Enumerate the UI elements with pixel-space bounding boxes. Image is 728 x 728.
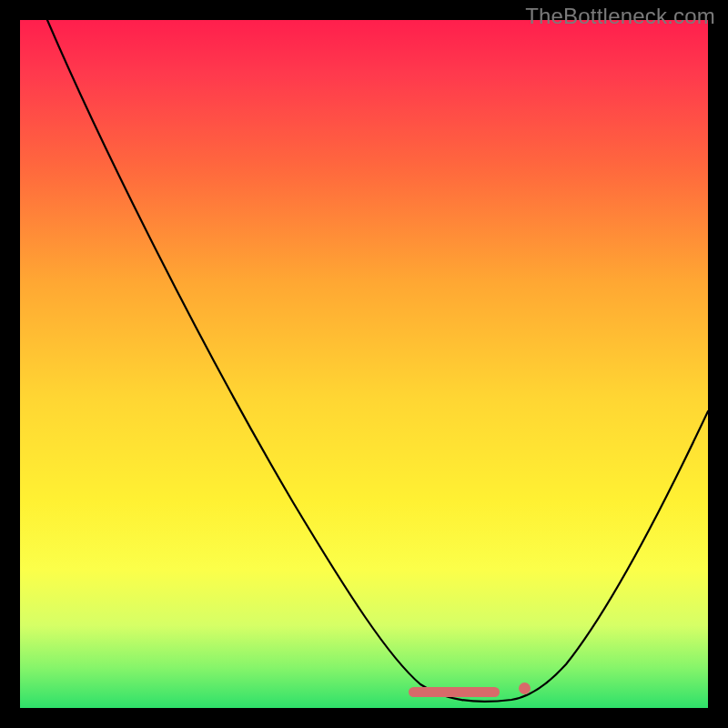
chart-frame: TheBottleneck.com [0, 0, 728, 728]
bottleneck-curve-path [47, 20, 708, 702]
chart-plot-area [20, 20, 708, 708]
watermark-text: TheBottleneck.com [525, 4, 715, 29]
chart-curve [20, 20, 708, 708]
